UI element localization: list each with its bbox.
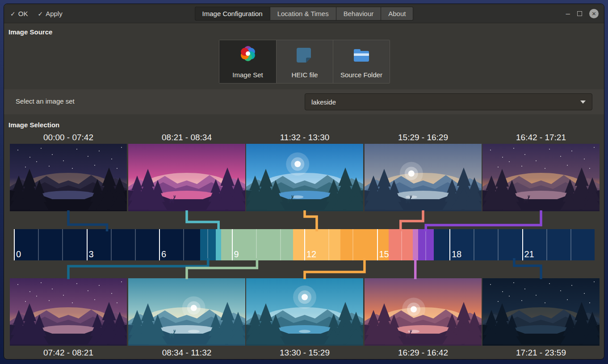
hour-tick (328, 229, 329, 260)
hour-tick-label: 12 (306, 249, 316, 259)
wallpaper-thumbnail[interactable] (246, 144, 363, 211)
segment-connector (187, 258, 257, 279)
hour-tick (62, 229, 63, 260)
hour-tick-major (159, 229, 160, 260)
hour-tick (183, 229, 184, 260)
time-range-label: 08:21 - 08:34 (128, 133, 245, 142)
segment-connector (514, 258, 541, 279)
wallpaper-thumbnail[interactable] (246, 278, 363, 346)
hour-tick (38, 229, 39, 260)
segment-connector (305, 258, 365, 279)
time-range-label: 17:21 - 23:59 (482, 348, 600, 358)
segment-connector (401, 210, 423, 231)
timeline-segment (413, 229, 418, 260)
hour-tick (498, 229, 499, 260)
hour-tick (280, 229, 281, 260)
time-range-label: 15:29 - 16:29 (365, 133, 482, 142)
hour-tick (425, 229, 426, 260)
hour-tick (256, 229, 257, 260)
time-range-label: 16:42 - 17:21 (482, 133, 600, 142)
hour-tick-label: 3 (89, 249, 94, 259)
time-range-label: 11:32 - 13:30 (246, 133, 363, 142)
image-selection-area: 036912151821 00:00 - 07:4207:42 - 08:210… (4, 4, 604, 359)
bottom-connectors (4, 260, 604, 278)
wallpaper-thumbnail[interactable] (365, 144, 482, 211)
hour-tick-major (377, 229, 378, 260)
hour-tick-label: 6 (161, 249, 166, 259)
wallpaper-thumbnail[interactable] (10, 144, 127, 211)
hour-tick-major (522, 229, 523, 260)
segment-connector (426, 210, 541, 231)
hour-tick (352, 229, 353, 260)
top-connectors (4, 211, 604, 229)
wallpaper-thumbnail[interactable] (128, 278, 245, 346)
time-range-label: 13:30 - 15:29 (246, 348, 363, 358)
hour-tick-label: 0 (16, 249, 21, 259)
timeline-segment (293, 229, 341, 260)
timeline-segment (14, 229, 200, 260)
hour-tick (401, 229, 402, 260)
hour-tick (111, 229, 112, 260)
wallpaper-thumbnail[interactable] (365, 278, 482, 346)
hour-tick-major (232, 229, 233, 260)
hour-tick-label: 9 (234, 249, 239, 259)
hour-tick-major (449, 229, 450, 260)
app-window: ✓ OK ✓ Apply Image Configuration Locatio… (4, 4, 604, 360)
wallpaper-thumbnail[interactable] (10, 278, 127, 346)
hour-tick-major (14, 229, 15, 260)
timeline-segment (216, 229, 221, 260)
hour-tick (207, 229, 208, 260)
time-range-label: 08:34 - 11:32 (128, 348, 245, 358)
hour-tick (570, 229, 571, 260)
segment-connector (187, 210, 218, 231)
wallpaper-thumbnail[interactable] (482, 144, 600, 211)
hour-tick-label: 15 (379, 249, 389, 259)
segment-connector (305, 210, 317, 231)
wallpaper-thumbnail[interactable] (128, 144, 245, 211)
hour-tick (135, 229, 136, 260)
hour-tick-major (87, 229, 88, 260)
timeline-bar: 036912151821 (14, 229, 595, 260)
time-range-label: 00:00 - 07:42 (10, 133, 127, 142)
hour-tick (546, 229, 547, 260)
hour-tick (474, 229, 474, 260)
time-range-label: 16:29 - 16:42 (365, 348, 482, 358)
hour-tick-label: 18 (452, 249, 461, 259)
wallpaper-thumbnail[interactable] (482, 278, 600, 346)
time-range-label: 07:42 - 08:21 (10, 348, 127, 358)
hour-tick-label: 21 (524, 249, 534, 259)
segment-connector (68, 210, 107, 231)
hour-tick-major (304, 229, 305, 260)
